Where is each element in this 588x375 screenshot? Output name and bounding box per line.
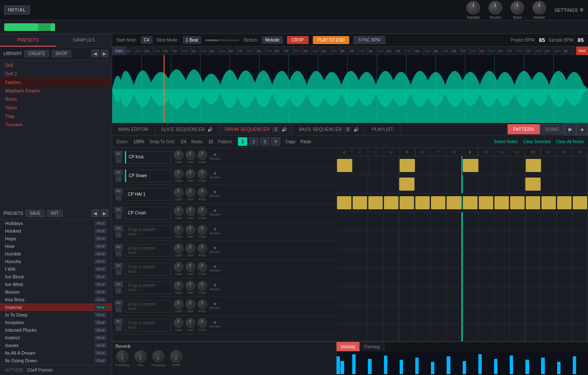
beat-cell[interactable] [431,156,447,175]
beat-cell[interactable] [509,175,525,193]
beat-cell[interactable] [337,306,352,324]
beat-cell[interactable] [415,268,431,286]
reverb-damping-knob[interactable] [152,350,164,362]
preset-item[interactable]: HolidaysBeat [0,219,112,227]
beat-cell[interactable] [541,287,557,305]
beat-cell[interactable] [368,196,383,209]
beat-cell[interactable] [384,231,399,249]
m-button[interactable]: M [116,195,122,201]
beat-cell[interactable] [478,231,494,249]
clear-selected-button[interactable]: Clear Selected [523,139,551,144]
beat-cell[interactable] [479,196,494,209]
beat-cell[interactable] [352,231,368,249]
drums-knob[interactable] [489,1,502,14]
reverb-dot[interactable] [214,209,216,212]
beat-cell[interactable] [525,268,541,286]
beat-cell[interactable] [352,212,368,231]
beat-cell[interactable] [399,231,415,249]
beat-cell[interactable] [541,212,557,231]
beat-cell[interactable] [494,212,510,231]
beat-cell[interactable] [525,287,541,305]
beat-cell[interactable] [368,250,384,268]
beat-cell[interactable] [510,196,525,209]
preset-item[interactable]: Its All A DreamBeat [0,349,112,357]
velocity-bar[interactable] [557,362,560,374]
m-button[interactable]: M [116,307,122,313]
pan-knob[interactable] [186,150,195,160]
track-name[interactable]: CP Kick [125,151,171,164]
velocity-bar[interactable] [431,362,434,374]
preset-item[interactable]: HookedBeat [0,227,112,235]
beat-cell[interactable] [337,231,352,249]
beat-cell[interactable] [462,287,478,305]
beat-cell[interactable] [384,156,400,175]
beat-cell[interactable] [446,324,462,341]
beat-cell[interactable] [525,324,541,341]
beat-cell[interactable] [525,212,541,231]
preset-item[interactable]: InstinctBeat [0,334,112,342]
beat-cell[interactable] [431,212,446,231]
clear-all-button[interactable]: Clear All Notes [556,139,584,144]
beat-cell[interactable] [415,196,430,209]
pan-knob[interactable] [186,300,195,309]
reverb-width-knob[interactable] [170,350,182,362]
beat-cell[interactable] [541,268,557,286]
pan-knob[interactable] [186,244,195,253]
beat-cell[interactable] [557,196,572,209]
preset-item[interactable]: Ice BlockBeat [0,273,112,281]
beat-cell[interactable] [431,231,446,249]
beat-cell[interactable] [478,268,494,286]
settings-button[interactable]: SETTINGS ⚙ [555,7,584,13]
velocity-bar[interactable] [494,359,497,374]
beat-cell[interactable] [462,250,478,268]
beat-cell[interactable] [542,156,558,175]
beat-cell[interactable] [431,250,446,268]
beat-cell[interactable] [368,268,384,286]
track-name[interactable]: Drag a sample here... [125,225,171,238]
gain-knob[interactable] [174,300,183,309]
category-tsunami[interactable]: Tsunami [0,120,112,129]
beat-cell[interactable] [494,156,510,175]
beat-cell[interactable] [446,212,462,231]
category-trap[interactable]: Trap [0,112,112,120]
sc-button[interactable]: SC [114,263,122,269]
shop-button[interactable]: SHOP [52,50,71,57]
beat-cell[interactable] [337,324,352,341]
beat-cell[interactable] [478,287,494,305]
track-name[interactable]: CP HAt 1 [125,188,171,201]
create-button[interactable]: CREATE [25,50,49,57]
beat-cell[interactable] [431,306,446,324]
beats-value[interactable]: 16 [208,139,213,144]
beat-cell[interactable] [572,306,588,324]
beat-cell[interactable] [352,287,368,305]
reverb-dot[interactable] [214,228,216,231]
beat-cell[interactable] [494,306,510,324]
track-name[interactable]: Drag a sample here... [125,281,171,294]
nav-next[interactable]: ▶ [101,50,108,57]
beat-cell[interactable] [526,196,541,209]
category-ronin[interactable]: Ronin [0,95,112,103]
beat-cell[interactable] [557,156,573,175]
beat-cell[interactable] [494,231,510,249]
beat-cell[interactable] [447,156,463,175]
beat-cell[interactable] [510,287,525,305]
preset-item[interactable]: I WillBeat [0,265,112,273]
sc-button[interactable]: SC [114,300,122,306]
beat-cell[interactable] [541,306,557,324]
pan-knob[interactable] [186,206,195,216]
beat-cell[interactable] [416,156,431,175]
m-button[interactable]: M [116,288,122,294]
pan-knob[interactable] [186,225,195,234]
beat-cell[interactable] [541,324,557,341]
track-name[interactable]: CP Crssh [125,207,171,219]
category-drill2[interactable]: Drill 2 [0,69,112,78]
beat-cell[interactable] [510,324,525,341]
pan-knob[interactable] [186,281,195,290]
beat-cell[interactable] [399,250,415,268]
sc-button[interactable]: SC [114,151,122,157]
presets-next[interactable]: ▶ [101,209,108,217]
gain-knob[interactable] [174,262,183,272]
category-drill[interactable]: Drill [0,61,112,69]
beat-cell[interactable] [462,175,478,193]
m-button[interactable]: M [116,158,122,164]
